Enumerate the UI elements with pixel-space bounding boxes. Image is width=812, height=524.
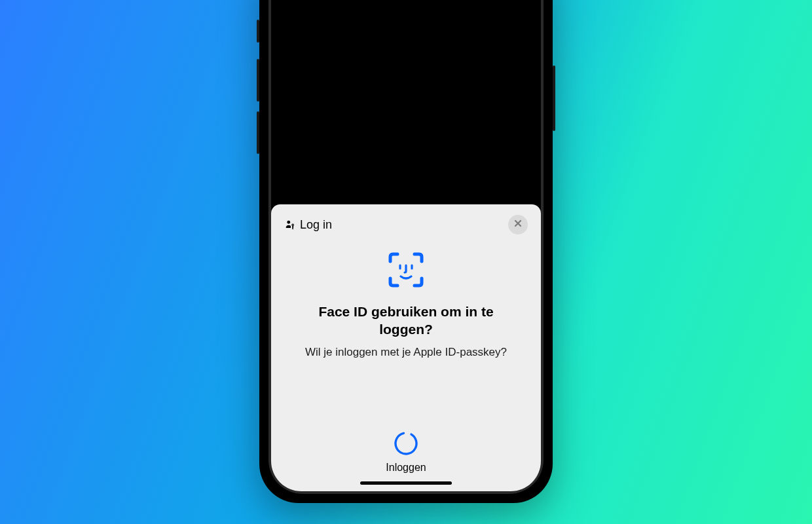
login-action-label: Inloggen <box>386 462 426 474</box>
face-id-icon <box>388 252 424 288</box>
passkey-icon <box>284 219 296 231</box>
phone-screen: Log in <box>271 0 541 491</box>
svg-point-7 <box>393 430 419 457</box>
home-indicator[interactable] <box>360 481 452 485</box>
phone-side-button <box>553 66 555 131</box>
sheet-header: Log in <box>284 215 528 234</box>
prompt-title: Face ID gebruiken om in te loggen? <box>284 303 528 339</box>
spacer <box>284 360 528 430</box>
phone-side-button <box>257 59 259 102</box>
svg-point-2 <box>292 225 293 225</box>
prompt-subtitle: Wil je inloggen met je Apple ID-passkey? <box>284 345 528 360</box>
phone-side-button <box>257 20 259 43</box>
spinner-icon <box>393 430 419 457</box>
phone-bezel: Log in <box>268 0 544 494</box>
login-action[interactable]: Inloggen <box>284 430 528 474</box>
phone-side-button <box>257 111 259 154</box>
phone-frame: Log in <box>259 0 553 503</box>
svg-point-0 <box>287 221 290 224</box>
close-button[interactable] <box>508 215 528 234</box>
sheet-title: Log in <box>300 218 332 232</box>
close-icon <box>513 218 523 231</box>
sheet-title-group: Log in <box>284 218 332 232</box>
login-sheet: Log in <box>271 204 541 491</box>
